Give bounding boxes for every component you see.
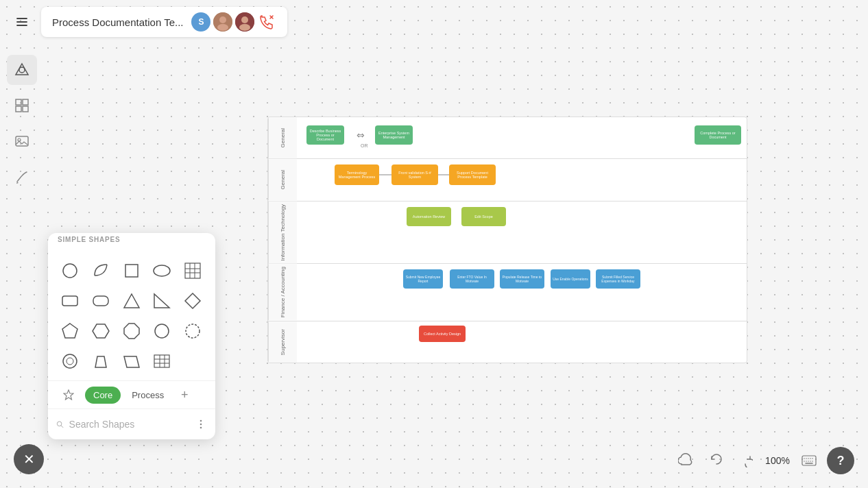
svg-point-21 xyxy=(154,265,170,276)
title-card: Process Documentation Te... S xyxy=(41,7,287,37)
node-collect[interactable]: Collect Activity Design xyxy=(419,326,466,342)
lane-content-2: Terminology Management Process Front val… xyxy=(297,159,747,200)
swimlane-container: General Describe Business Process or Doc… xyxy=(268,117,747,363)
diagram-canvas[interactable]: General Describe Business Process or Doc… xyxy=(267,117,747,363)
node-start-2[interactable]: Enterprise System Management xyxy=(375,125,413,145)
svg-rect-54 xyxy=(802,456,816,465)
tab-star-icon[interactable] xyxy=(55,386,82,404)
shapes-panel: SIMPLE SHAPES xyxy=(48,233,215,439)
node-auto[interactable]: Automation Review xyxy=(407,207,451,226)
svg-rect-41 xyxy=(154,355,169,367)
node-finance-1[interactable]: Submit New Employee Report xyxy=(403,269,443,289)
node-proc-mgmt[interactable]: Support Document Process Template xyxy=(449,164,496,185)
cloud-btn[interactable] xyxy=(673,448,698,473)
shape-ellipse[interactable] xyxy=(148,257,176,284)
shape-hexagon[interactable] xyxy=(87,317,114,345)
svg-marker-46 xyxy=(64,390,73,400)
node-term-mgmt[interactable]: Terminology Management Process xyxy=(335,164,379,185)
help-button[interactable]: ? xyxy=(827,447,854,474)
svg-rect-14 xyxy=(23,99,28,105)
sidebar-image-btn[interactable] xyxy=(7,126,37,156)
shape-square[interactable] xyxy=(118,257,145,284)
panel-tabs: Core Process + xyxy=(48,380,215,408)
shape-triangle[interactable] xyxy=(118,287,145,315)
tab-process[interactable]: Process xyxy=(123,387,172,404)
avatar-2 xyxy=(235,12,254,32)
bottom-controls: 100% ? xyxy=(673,447,854,474)
svg-point-36 xyxy=(186,324,200,338)
avatar-s: S xyxy=(191,12,210,32)
shape-trapezoid[interactable] xyxy=(87,347,114,375)
swimlane-supervisor: Supervisor Collect Activity Design xyxy=(268,321,747,363)
svg-marker-34 xyxy=(124,324,139,339)
lane-content-5: Collect Activity Design xyxy=(297,321,747,363)
shapes-grid xyxy=(48,249,215,380)
search-icon xyxy=(56,419,64,430)
svg-rect-13 xyxy=(16,99,21,105)
lane-content-4: Submit New Employee Report Enter FTO Val… xyxy=(297,264,747,320)
svg-rect-28 xyxy=(93,296,108,306)
shape-rect-rounded[interactable] xyxy=(56,287,84,315)
svg-line-48 xyxy=(61,426,63,428)
node-eval[interactable]: Front validation S-# System xyxy=(391,164,438,185)
shape-arc[interactable] xyxy=(87,257,114,284)
section-label: SIMPLE SHAPES xyxy=(48,233,215,249)
shape-grid[interactable] xyxy=(179,257,206,284)
shape-circle2[interactable] xyxy=(148,317,176,345)
sidebar-frame-btn[interactable] xyxy=(7,90,37,121)
shape-circle4[interactable] xyxy=(56,347,84,375)
shape-pentagon[interactable] xyxy=(56,317,84,345)
shape-octagon[interactable] xyxy=(118,317,145,345)
redo-btn[interactable] xyxy=(734,448,758,473)
swimlane-general-1: General Describe Business Process or Doc… xyxy=(268,117,747,159)
search-input[interactable] xyxy=(69,419,189,430)
node-finance-3[interactable]: Populate Release Time to Motivate xyxy=(500,269,544,289)
call-button[interactable] xyxy=(257,12,276,32)
node-scope[interactable]: Edit Scope xyxy=(461,207,506,226)
svg-point-35 xyxy=(155,324,169,338)
svg-rect-17 xyxy=(16,136,28,146)
node-arrow-1[interactable]: ⇔ xyxy=(352,128,370,142)
svg-point-4 xyxy=(219,16,226,23)
svg-point-50 xyxy=(200,424,202,426)
swimlane-finance: Finance / Accounting Submit New Employee… xyxy=(268,264,747,321)
fab-close-btn[interactable]: ✕ xyxy=(14,444,44,474)
tab-add-btn[interactable]: + xyxy=(175,385,194,404)
keyboard-btn[interactable] xyxy=(797,448,821,473)
svg-marker-29 xyxy=(124,294,139,308)
undo-btn[interactable] xyxy=(703,448,728,473)
menu-button[interactable] xyxy=(8,8,36,36)
topbar: Process Documentation Te... S xyxy=(0,0,868,44)
svg-rect-20 xyxy=(125,265,138,277)
svg-marker-39 xyxy=(95,356,106,367)
search-bar xyxy=(48,408,215,439)
swimlane-general-2: General Terminology Management Process F… xyxy=(268,159,747,201)
svg-marker-30 xyxy=(154,294,169,308)
node-start-1[interactable]: Describe Business Process or Document xyxy=(306,125,344,145)
sidebar-shapes-btn[interactable] xyxy=(7,55,37,85)
shape-circle[interactable] xyxy=(56,257,84,284)
zoom-level: 100% xyxy=(764,455,791,466)
sidebar-draw-btn[interactable] xyxy=(7,162,37,192)
shape-diamond[interactable] xyxy=(179,287,206,315)
search-more-btn[interactable] xyxy=(195,415,207,434)
svg-point-7 xyxy=(241,16,248,23)
shape-circle3[interactable] xyxy=(179,317,206,345)
svg-rect-22 xyxy=(185,263,200,278)
shape-rect-rounded2[interactable] xyxy=(87,287,114,315)
lane-label-general-1: General xyxy=(268,117,297,158)
svg-rect-27 xyxy=(62,296,77,306)
tab-core[interactable]: Core xyxy=(85,387,121,404)
node-finance-2[interactable]: Enter FTO Value In Motivate xyxy=(450,269,494,289)
node-finance-5[interactable]: Submit Filled Service Expenses in Workda… xyxy=(596,269,640,289)
avatar-group: S xyxy=(191,12,276,32)
svg-marker-31 xyxy=(185,293,200,308)
shape-table[interactable] xyxy=(148,347,176,375)
node-finance-4[interactable]: Use Enable Operations xyxy=(551,269,590,289)
svg-rect-16 xyxy=(23,106,28,112)
shape-parallelogram[interactable] xyxy=(118,347,145,375)
svg-point-51 xyxy=(200,427,202,429)
node-complete[interactable]: Complete Process or Document xyxy=(695,125,741,145)
shape-right-triangle[interactable] xyxy=(148,287,176,315)
svg-marker-40 xyxy=(124,356,139,367)
